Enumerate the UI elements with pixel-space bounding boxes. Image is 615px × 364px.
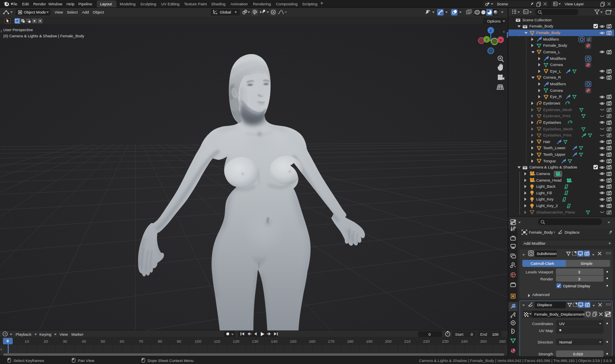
svg-text:Y: Y (485, 38, 488, 42)
svg-text:Z: Z (490, 29, 492, 33)
svg-text:X: X (499, 38, 502, 42)
